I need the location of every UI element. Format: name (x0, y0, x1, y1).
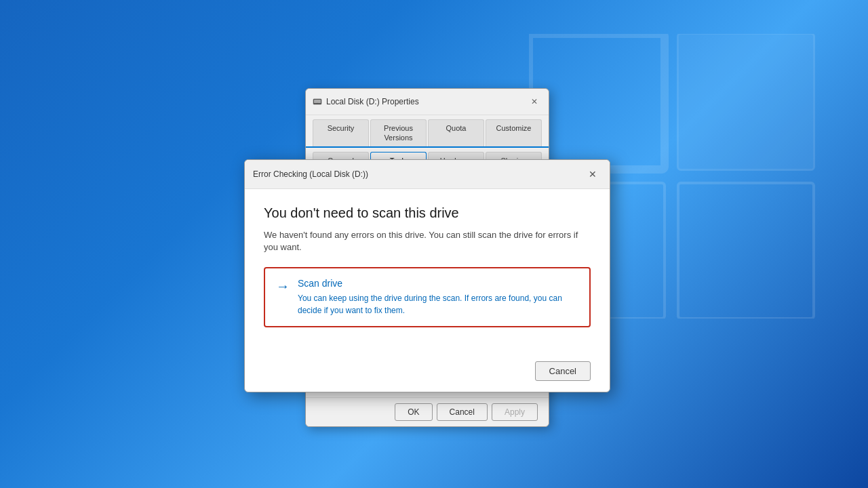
svg-rect-1 (678, 34, 814, 169)
svg-rect-3 (678, 183, 814, 319)
dialog-titlebar: Error Checking (Local Disk (D:)) ✕ (245, 160, 610, 189)
dialog-heading: You don't need to scan this drive (264, 205, 591, 221)
dialog-close-button[interactable]: ✕ (584, 165, 601, 183)
svg-rect-6 (314, 100, 321, 103)
svg-rect-4 (678, 34, 814, 169)
dialog-cancel-button[interactable]: Cancel (535, 361, 591, 381)
scan-drive-option[interactable]: → Scan drive You can keep using the driv… (264, 267, 591, 327)
arrow-right-icon: → (276, 279, 290, 294)
error-checking-dialog: Error Checking (Local Disk (D:)) ✕ You d… (244, 159, 610, 392)
properties-footer: OK Cancel Apply (306, 397, 549, 426)
dialog-title: Error Checking (Local Disk (D:)) (253, 169, 368, 179)
close-icon: ✕ (589, 169, 597, 180)
cancel-button[interactable]: Cancel (437, 403, 488, 421)
tab-previous-versions[interactable]: Previous Versions (370, 119, 427, 146)
scan-drive-title: Scan drive (298, 278, 578, 289)
tab-customize[interactable]: Customize (486, 119, 542, 146)
tab-quota[interactable]: Quota (428, 119, 484, 146)
properties-tabs: Security Previous Versions Quota Customi… (306, 115, 549, 148)
dialog-body: You don't need to scan this drive We hav… (245, 189, 610, 354)
properties-title: Local Disk (D:) Properties (326, 97, 419, 106)
scan-drive-text: Scan drive You can keep using the drive … (298, 278, 578, 317)
ok-button[interactable]: OK (395, 403, 432, 421)
properties-close-button[interactable]: ✕ (527, 94, 542, 109)
apply-button[interactable]: Apply (492, 403, 538, 421)
tab-security[interactable]: Security (313, 119, 369, 146)
svg-rect-0 (529, 34, 665, 169)
scan-drive-desc: You can keep using the drive during the … (298, 292, 578, 317)
drive-icon (313, 97, 322, 106)
dialog-description: We haven't found any errors on this driv… (264, 229, 591, 253)
dialog-footer: Cancel (245, 354, 610, 392)
titlebar-left: Local Disk (D:) Properties (313, 97, 419, 106)
close-icon: ✕ (531, 97, 538, 106)
svg-point-7 (317, 103, 318, 104)
properties-titlebar: Local Disk (D:) Properties ✕ (306, 89, 549, 115)
